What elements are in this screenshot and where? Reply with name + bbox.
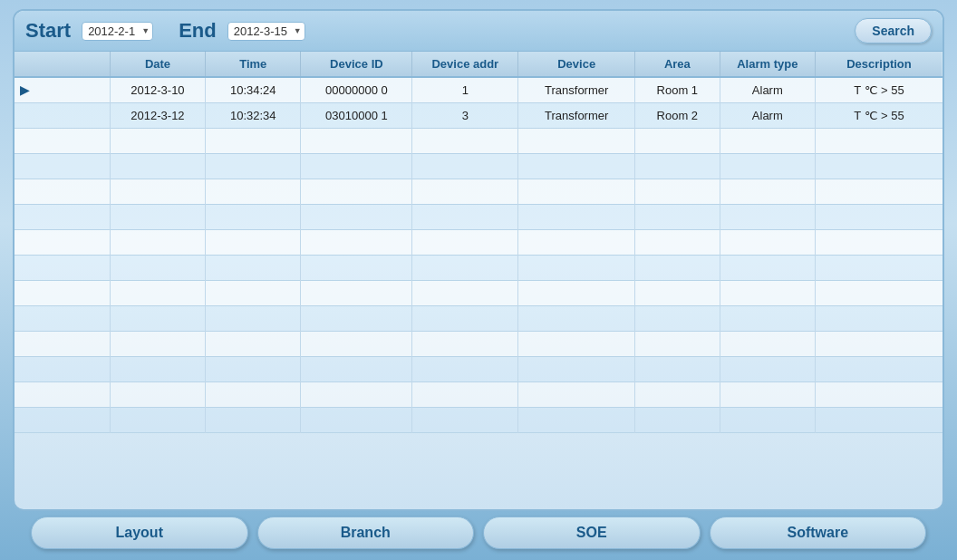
soe-button[interactable]: SOE [483,517,701,549]
table-row[interactable]: ▶ 2012-3-10 10:34:24 00000000 0 1 Transf… [14,77,942,102]
col-description: Description [815,52,942,77]
col-area: Area [635,52,720,77]
cell-device: Transformer [518,77,635,102]
start-date-select[interactable]: 2012-2-1 [82,22,153,41]
start-date-wrapper[interactable]: 2012-2-1 [82,22,153,41]
cell-alarm-type: Alarm [720,102,815,128]
row-indicator: ▶ [14,77,110,102]
table-row-empty [14,280,942,305]
toolbar: Start 2012-2-1 End 2012-3-15 Search [14,11,942,52]
table-row[interactable]: 2012-3-12 10:32:34 03010000 1 3 Transfor… [14,102,942,128]
row-indicator [14,102,110,128]
col-date-label: Date [110,52,205,77]
cell-device-addr: 1 [412,77,518,102]
table-row-empty [14,407,942,432]
search-button[interactable]: Search [855,18,932,43]
start-label: Start [25,19,71,43]
table-row-empty [14,153,942,179]
col-device: Device [518,52,635,77]
cell-device: Transformer [518,102,635,128]
cell-device-id: 03010000 1 [301,102,412,128]
cell-device-addr: 3 [412,102,518,128]
alarm-table: Date Time Device ID Device addr Device A… [14,52,942,433]
cell-device-id: 00000000 0 [301,77,412,102]
col-device-id: Device ID [301,52,412,77]
cell-alarm-type: Alarm [720,77,815,102]
table-row-empty [14,331,942,356]
col-time: Time [206,52,301,77]
cell-area: Room 2 [635,102,720,128]
bottom-nav: Layout Branch SOE Software [13,511,944,549]
table-row-empty [14,381,942,407]
col-alarm-type: Alarm type [720,52,815,77]
table-row-empty [14,128,942,153]
cell-time: 10:32:34 [206,102,301,128]
end-date-select[interactable]: 2012-3-15 [227,22,305,41]
table-row-empty [14,229,942,255]
table-container: Date Time Device ID Device addr Device A… [14,52,942,509]
cell-time: 10:34:24 [206,77,301,102]
cell-date: 2012-3-12 [110,102,205,128]
table-row-empty [14,179,942,204]
table-header-row: Date Time Device ID Device addr Device A… [14,52,942,77]
table-row-empty [14,356,942,381]
table-row-empty [14,255,942,280]
software-button[interactable]: Software [710,517,927,549]
main-panel: Start 2012-2-1 End 2012-3-15 Search Date… [13,9,944,511]
cell-date: 2012-3-10 [110,77,205,102]
table-row-empty [14,204,942,229]
branch-button[interactable]: Branch [257,517,475,549]
table-row-empty [14,305,942,331]
col-device-addr: Device addr [412,52,518,77]
cell-area: Room 1 [635,77,720,102]
col-date [14,52,110,77]
end-date-wrapper[interactable]: 2012-3-15 [227,22,305,41]
cell-description: T ℃ > 55 [815,102,942,128]
cell-description: T ℃ > 55 [815,77,942,102]
layout-button[interactable]: Layout [31,517,248,549]
end-label: End [179,19,217,43]
